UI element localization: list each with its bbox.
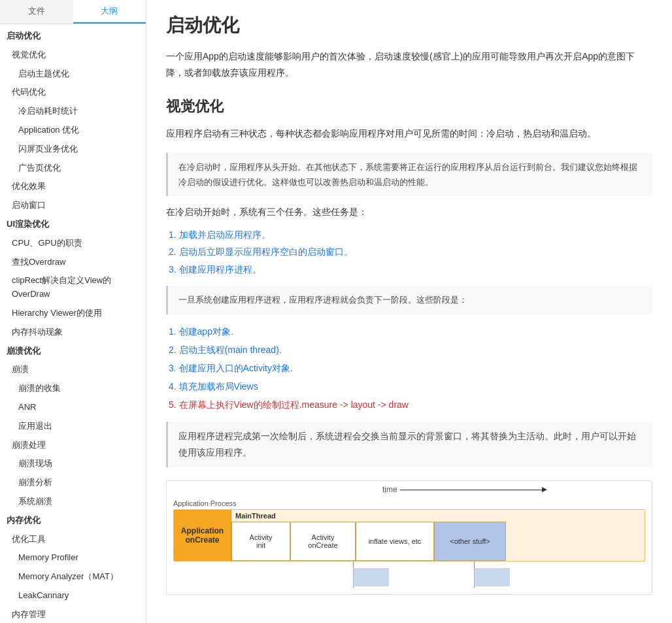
sidebar: 文件 大纲 启动优化视觉优化启动主题优化代码优化冷启动耗时统计Applicati… (0, 0, 146, 623)
tab-outline[interactable]: 大纲 (73, 0, 146, 24)
sidebar-item-cpu-gpu[interactable]: CPU、GPU的职责 (0, 234, 146, 253)
sidebar-item-ui-render-opt[interactable]: UI渲染优化 (0, 215, 146, 234)
timeline-header: time (167, 481, 652, 496)
sidebar-item-cliprect[interactable]: clipRect解决自定义View的OverDraw (0, 271, 146, 304)
sidebar-item-opt-effect[interactable]: 优化效果 (0, 177, 146, 196)
stage-list-item: 4. 填充加载布局Views (169, 377, 652, 396)
main-thread-blocks: Activity init Activity onCreate inflate … (231, 522, 645, 561)
sidebar-item-anr[interactable]: ANR (0, 398, 146, 417)
sidebar-item-startup-opt[interactable]: 启动优化 (0, 27, 146, 46)
tasks-intro: 在冷启动开始时，系统有三个任务。这些任务是： (166, 204, 652, 220)
closing-text: 应用程序进程完成第一次绘制后，系统进程会交换当前显示的背景窗口，将其替换为主活动… (166, 422, 652, 467)
sidebar-item-app-exit[interactable]: 应用退出 (0, 417, 146, 436)
sidebar-item-crash[interactable]: 崩溃 (0, 360, 146, 379)
sidebar-item-memory-opt[interactable]: 内存优化 (0, 511, 146, 530)
sidebar-item-crash-scene[interactable]: 崩溃现场 (0, 454, 146, 473)
sidebar-tabs: 文件 大纲 (0, 0, 146, 24)
time-arrow (400, 490, 544, 490)
section1-title: 视觉优化 (166, 97, 652, 116)
sidebar-item-splash-opt[interactable]: 闪屏页业务优化 (0, 140, 146, 159)
stage-list-item: 1. 创建app对象. (169, 322, 652, 341)
task-list-item: 2. 启动后立即显示应用程序空白的启动窗口。 (169, 243, 652, 261)
blockquote2: 一旦系统创建应用程序进程，应用程序进程就会负责下一阶段。这些阶段是： (166, 286, 652, 314)
sidebar-item-launch-window[interactable]: 启动窗口 (0, 196, 146, 215)
time-label: time (382, 485, 397, 494)
sidebar-item-visual-opt[interactable]: 视觉优化 (0, 46, 146, 65)
sidebar-item-system-crash[interactable]: 系统崩溃 (0, 492, 146, 511)
marker-bar1 (353, 568, 389, 586)
other-stuff-block: <other stuff> (434, 522, 506, 561)
inflate-views-block: inflate views, etc (356, 522, 434, 561)
sidebar-item-memory-mgmt[interactable]: 内存管理 (0, 605, 146, 623)
sidebar-item-hierarchy-viewer[interactable]: Hierarchy Viewer的使用 (0, 304, 146, 323)
app-oncreate-box: Application onCreate (174, 510, 231, 561)
sidebar-item-crash-handle[interactable]: 崩溃处理 (0, 436, 146, 455)
remainder-block (506, 522, 645, 561)
process-row: Application onCreate MainThread Activity… (173, 509, 645, 562)
main-content: 启动优化 一个应用App的启动速度能够影响用户的首次体验，启动速度较慢(感官上)… (146, 0, 672, 623)
sidebar-item-memory-profiler[interactable]: Memory Profiler (0, 548, 146, 567)
sidebar-item-application-opt[interactable]: Application 优化 (0, 121, 146, 140)
task-list-item: 1. 加载并启动应用程序。 (169, 226, 652, 244)
diagram-body: Application Process Application onCreate… (167, 496, 652, 594)
main-thread-section: MainThread Activity init Activity onCrea… (231, 510, 645, 561)
sidebar-item-code-opt[interactable]: 代码优化 (0, 83, 146, 102)
tab-file[interactable]: 文件 (0, 0, 73, 24)
stage-list-item: 5. 在屏幕上执行View的绘制过程.measure -> layout -> … (169, 396, 652, 414)
blockquote1: 在冷启动时，应用程序从头开始。在其他状态下，系统需要将正在运行的应用程序从后台运… (166, 153, 652, 197)
app-stages-list: 1. 创建app对象.2. 启动主线程(main thread).3. 创建应用… (169, 322, 652, 414)
sidebar-item-leak-cannary[interactable]: LeakCannary (0, 586, 146, 605)
sidebar-item-crash-collect[interactable]: 崩溃的收集 (0, 379, 146, 398)
sidebar-nav: 启动优化视觉优化启动主题优化代码优化冷启动耗时统计Application 优化闪… (0, 24, 146, 623)
process-label: Application Process (173, 499, 645, 507)
sidebar-item-find-overdraw[interactable]: 查找Overdraw (0, 253, 146, 272)
marker-bar2 (474, 568, 510, 586)
marker-area (173, 562, 645, 588)
section1-desc: 应用程序启动有三种状态，每种状态都会影响应用程序对用户可见所需的时间：冷启动，热… (166, 126, 652, 142)
time-arrow-line (400, 490, 544, 490)
timeline-diagram: time Application Process Application onC… (166, 480, 652, 595)
page-title: 启动优化 (166, 13, 652, 38)
stage-list-item: 2. 启动主线程(main thread). (169, 341, 652, 359)
sidebar-item-crash-opt[interactable]: 崩溃优化 (0, 342, 146, 361)
intro-text: 一个应用App的启动速度能够影响用户的首次体验，启动速度较慢(感官上)的应用可能… (166, 48, 652, 81)
stage-list-item: 3. 创建应用入口的Activity对象. (169, 359, 652, 377)
sidebar-item-cold-start-stat[interactable]: 冷启动耗时统计 (0, 102, 146, 121)
sidebar-item-ad-page-opt[interactable]: 广告页优化 (0, 159, 146, 178)
task-list-item: 3. 创建应用程序进程。 (169, 261, 652, 278)
main-thread-label: MainThread (231, 510, 645, 522)
sidebar-item-memory-analyzer[interactable]: Memory Analyzer（MAT） (0, 567, 146, 586)
sidebar-item-memory-jitter[interactable]: 内存抖动现象 (0, 323, 146, 342)
sidebar-item-crash-analysis[interactable]: 崩溃分析 (0, 473, 146, 492)
task-list: 1. 加载并启动应用程序。2. 启动后立即显示应用程序空白的启动窗口。3. 创建… (169, 226, 652, 278)
sidebar-item-opt-tools[interactable]: 优化工具 (0, 530, 146, 549)
activity-oncreate-block: Activity onCreate (290, 522, 356, 561)
sidebar-item-launch-theme-opt[interactable]: 启动主题优化 (0, 65, 146, 84)
activity-init-block: Activity init (231, 522, 290, 561)
